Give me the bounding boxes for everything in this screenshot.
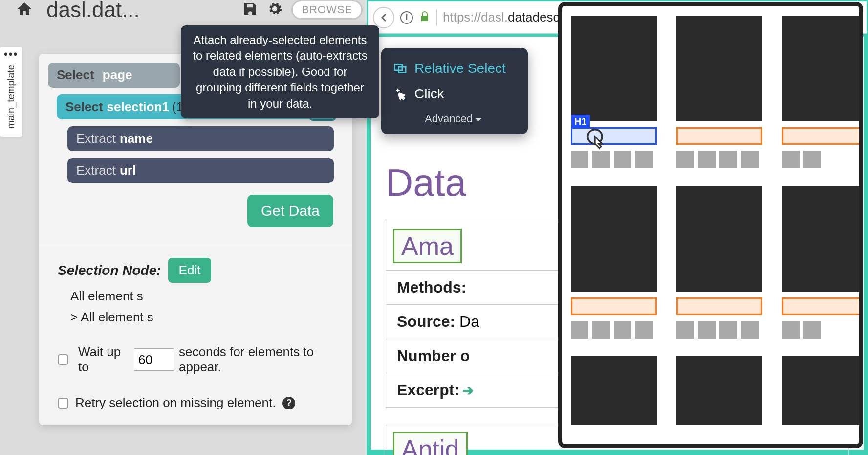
skel-title[interactable] [676, 297, 762, 315]
cmd-extract-name[interactable]: Extractname [67, 126, 334, 151]
menu-click[interactable]: Click [390, 81, 516, 107]
wait-seconds-input[interactable] [134, 348, 174, 371]
card-title[interactable]: Ama [393, 229, 462, 263]
skel-title[interactable] [782, 127, 863, 145]
card-title-2[interactable]: Antid [393, 432, 468, 455]
get-data-button[interactable]: Get Data [247, 195, 333, 227]
edit-button[interactable]: Edit [168, 258, 212, 283]
cursor-icon [586, 128, 608, 149]
context-menu: Relative Select Click Advanced [381, 48, 528, 134]
skel-title[interactable] [782, 297, 863, 315]
skel-title[interactable] [571, 297, 657, 315]
home-icon[interactable] [16, 0, 33, 19]
save-icon[interactable] [242, 1, 258, 19]
h1-tag: H1 [571, 115, 590, 128]
wait-checkbox[interactable] [58, 354, 68, 365]
skel-title[interactable] [676, 127, 762, 145]
selection-node-label: Selection Node: [58, 263, 161, 278]
top-toolbar: dasl.dat... BROWSE [0, 0, 367, 20]
template-tab-label: main_template [5, 62, 17, 132]
url-text[interactable]: https://dasl.datadescrip [443, 10, 573, 25]
cmd-select-page[interactable]: Select page [48, 63, 180, 88]
gear-icon[interactable] [267, 1, 282, 19]
menu-relative-select[interactable]: Relative Select [390, 56, 516, 81]
project-title: dasl.dat... [46, 0, 140, 22]
wait-row: Wait up to seconds for elements to appea… [58, 344, 340, 375]
retry-checkbox[interactable] [58, 398, 68, 409]
lock-icon [419, 11, 431, 24]
template-tab[interactable]: ••• main_template [0, 47, 22, 136]
skeleton-overlay: H1 [558, 2, 863, 448]
skel-title-selected[interactable]: H1 [571, 127, 657, 145]
arrow-icon[interactable]: ➔ [462, 383, 474, 398]
cmd-extract-url[interactable]: Extracturl [67, 158, 334, 183]
skel-thumb [571, 16, 657, 121]
back-button[interactable] [373, 7, 394, 28]
menu-advanced[interactable]: Advanced [390, 107, 516, 127]
relative-select-tooltip: Attach already-selected elements to rela… [181, 25, 379, 118]
more-icon[interactable]: ••• [4, 52, 18, 57]
selector-line-1: All element s [70, 289, 340, 304]
selector-line-2: > All element s [70, 310, 340, 325]
retry-row: Retry selection on missing element.? [58, 395, 340, 410]
help-icon[interactable]: ? [282, 397, 295, 410]
info-icon[interactable]: i [400, 11, 413, 24]
browse-button[interactable]: BROWSE [291, 0, 363, 20]
